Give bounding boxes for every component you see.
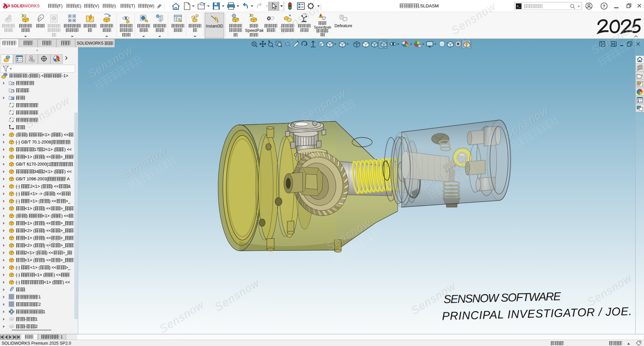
svg-text:A: A [12, 97, 13, 100]
svg-text:>_: >_ [516, 5, 521, 8]
svg-text:SENSNOW SOFTWARE: SENSNOW SOFTWARE [443, 290, 562, 305]
svg-text:?: ? [603, 4, 605, 9]
svg-text:SOLIDWORKS: SOLIDWORKS [11, 4, 40, 8]
svg-text:PRINCIPAL INVESTIGATOR / JOE.: PRINCIPAL INVESTIGATOR / JOE. [442, 305, 633, 323]
